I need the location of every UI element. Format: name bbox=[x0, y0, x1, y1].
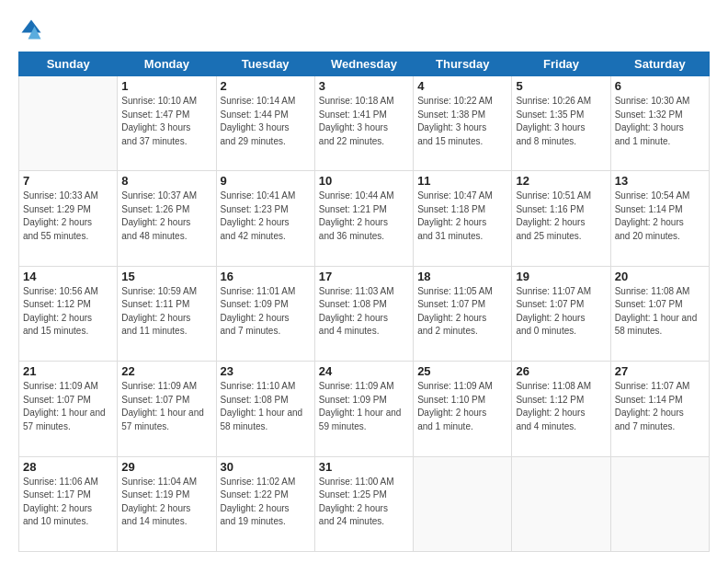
day-info: Sunrise: 11:09 AM Sunset: 1:07 PM Daylig… bbox=[121, 380, 211, 433]
day-info: Sunrise: 10:56 AM Sunset: 1:12 PM Daylig… bbox=[23, 285, 113, 339]
day-number: 15 bbox=[121, 270, 211, 283]
calendar-cell: 31Sunrise: 11:00 AM Sunset: 1:25 PM Dayl… bbox=[314, 456, 413, 551]
calendar-cell: 22Sunrise: 11:09 AM Sunset: 1:07 PM Dayl… bbox=[118, 362, 216, 456]
calendar-cell: 17Sunrise: 11:03 AM Sunset: 1:08 PM Dayl… bbox=[314, 266, 413, 361]
calendar-cell: 26Sunrise: 11:08 AM Sunset: 1:12 PM Dayl… bbox=[512, 362, 610, 456]
day-number: 19 bbox=[516, 270, 606, 283]
day-info: Sunrise: 10:41 AM Sunset: 1:23 PM Daylig… bbox=[221, 190, 311, 243]
day-number: 8 bbox=[121, 174, 211, 188]
day-number: 24 bbox=[319, 364, 409, 378]
day-number: 21 bbox=[23, 364, 113, 378]
calendar-header-row: SundayMondayTuesdayWednesdayThursdayFrid… bbox=[19, 52, 710, 76]
day-info: Sunrise: 10:14 AM Sunset: 1:44 PM Daylig… bbox=[221, 95, 311, 148]
calendar-week-row: 7Sunrise: 10:33 AM Sunset: 1:29 PM Dayli… bbox=[19, 171, 710, 266]
calendar-cell: 3Sunrise: 10:18 AM Sunset: 1:41 PM Dayli… bbox=[314, 76, 413, 171]
weekday-header: Wednesday bbox=[314, 52, 413, 76]
day-number: 17 bbox=[319, 270, 409, 283]
calendar-cell: 12Sunrise: 10:51 AM Sunset: 1:16 PM Dayl… bbox=[512, 171, 610, 266]
day-info: Sunrise: 11:07 AM Sunset: 1:14 PM Daylig… bbox=[615, 380, 705, 433]
day-info: Sunrise: 10:33 AM Sunset: 1:29 PM Daylig… bbox=[23, 190, 113, 243]
day-number: 27 bbox=[615, 364, 705, 378]
day-info: Sunrise: 11:03 AM Sunset: 1:08 PM Daylig… bbox=[319, 285, 409, 339]
calendar-cell: 19Sunrise: 11:07 AM Sunset: 1:07 PM Dayl… bbox=[512, 266, 610, 361]
calendar-cell: 10Sunrise: 10:44 AM Sunset: 1:21 PM Dayl… bbox=[314, 171, 413, 266]
calendar-week-row: 21Sunrise: 11:09 AM Sunset: 1:07 PM Dayl… bbox=[19, 362, 710, 456]
day-number: 30 bbox=[221, 460, 311, 474]
calendar-cell: 8Sunrise: 10:37 AM Sunset: 1:26 PM Dayli… bbox=[118, 171, 216, 266]
day-info: Sunrise: 11:00 AM Sunset: 1:25 PM Daylig… bbox=[319, 476, 409, 529]
calendar-week-row: 14Sunrise: 10:56 AM Sunset: 1:12 PM Dayl… bbox=[19, 266, 710, 361]
calendar-cell: 29Sunrise: 11:04 AM Sunset: 1:19 PM Dayl… bbox=[118, 456, 216, 551]
weekday-header: Sunday bbox=[19, 52, 118, 76]
day-number: 7 bbox=[23, 174, 113, 188]
weekday-header: Thursday bbox=[414, 52, 512, 76]
calendar-cell: 5Sunrise: 10:26 AM Sunset: 1:35 PM Dayli… bbox=[512, 76, 610, 171]
calendar-cell: 11Sunrise: 10:47 AM Sunset: 1:18 PM Dayl… bbox=[414, 171, 512, 266]
logo bbox=[18, 17, 50, 42]
day-info: Sunrise: 11:05 AM Sunset: 1:07 PM Daylig… bbox=[417, 285, 507, 339]
calendar-cell: 13Sunrise: 10:54 AM Sunset: 1:14 PM Dayl… bbox=[610, 171, 709, 266]
day-number: 12 bbox=[516, 174, 606, 188]
day-info: Sunrise: 11:09 AM Sunset: 1:07 PM Daylig… bbox=[23, 380, 113, 433]
calendar-cell: 21Sunrise: 11:09 AM Sunset: 1:07 PM Dayl… bbox=[19, 362, 118, 456]
day-info: Sunrise: 11:02 AM Sunset: 1:22 PM Daylig… bbox=[221, 476, 311, 529]
svg-marker-0 bbox=[22, 20, 41, 33]
day-info: Sunrise: 11:09 AM Sunset: 1:10 PM Daylig… bbox=[417, 380, 507, 433]
calendar-cell bbox=[19, 76, 118, 171]
day-number: 16 bbox=[221, 270, 311, 283]
calendar-cell bbox=[610, 456, 709, 551]
day-number: 2 bbox=[221, 79, 311, 93]
calendar-cell: 20Sunrise: 11:08 AM Sunset: 1:07 PM Dayl… bbox=[610, 266, 709, 361]
day-info: Sunrise: 11:08 AM Sunset: 1:12 PM Daylig… bbox=[516, 380, 606, 433]
calendar-table: SundayMondayTuesdayWednesdayThursdayFrid… bbox=[18, 52, 710, 552]
calendar-cell: 4Sunrise: 10:22 AM Sunset: 1:38 PM Dayli… bbox=[414, 76, 512, 171]
day-info: Sunrise: 10:59 AM Sunset: 1:11 PM Daylig… bbox=[121, 285, 211, 339]
day-number: 4 bbox=[417, 79, 507, 93]
calendar-cell: 27Sunrise: 11:07 AM Sunset: 1:14 PM Dayl… bbox=[610, 362, 709, 456]
day-number: 23 bbox=[221, 364, 311, 378]
weekday-header: Saturday bbox=[610, 52, 709, 76]
calendar-cell: 25Sunrise: 11:09 AM Sunset: 1:10 PM Dayl… bbox=[414, 362, 512, 456]
day-info: Sunrise: 11:07 AM Sunset: 1:07 PM Daylig… bbox=[516, 285, 606, 339]
calendar-cell: 23Sunrise: 11:10 AM Sunset: 1:08 PM Dayl… bbox=[216, 362, 314, 456]
calendar-cell: 9Sunrise: 10:41 AM Sunset: 1:23 PM Dayli… bbox=[216, 171, 314, 266]
day-info: Sunrise: 10:54 AM Sunset: 1:14 PM Daylig… bbox=[615, 190, 705, 243]
day-number: 10 bbox=[319, 174, 409, 188]
day-number: 25 bbox=[417, 364, 507, 378]
day-info: Sunrise: 10:10 AM Sunset: 1:47 PM Daylig… bbox=[121, 95, 211, 148]
day-info: Sunrise: 10:47 AM Sunset: 1:18 PM Daylig… bbox=[417, 190, 507, 243]
day-number: 13 bbox=[615, 174, 705, 188]
calendar-cell: 7Sunrise: 10:33 AM Sunset: 1:29 PM Dayli… bbox=[19, 171, 118, 266]
day-info: Sunrise: 10:44 AM Sunset: 1:21 PM Daylig… bbox=[319, 190, 409, 243]
day-number: 26 bbox=[516, 364, 606, 378]
calendar-cell: 14Sunrise: 10:56 AM Sunset: 1:12 PM Dayl… bbox=[19, 266, 118, 361]
day-info: Sunrise: 11:04 AM Sunset: 1:19 PM Daylig… bbox=[121, 476, 211, 529]
calendar-cell: 16Sunrise: 11:01 AM Sunset: 1:09 PM Dayl… bbox=[216, 266, 314, 361]
day-info: Sunrise: 10:37 AM Sunset: 1:26 PM Daylig… bbox=[121, 190, 211, 243]
calendar-cell: 1Sunrise: 10:10 AM Sunset: 1:47 PM Dayli… bbox=[118, 76, 216, 171]
day-number: 31 bbox=[319, 460, 409, 474]
day-info: Sunrise: 11:10 AM Sunset: 1:08 PM Daylig… bbox=[221, 380, 311, 433]
day-info: Sunrise: 10:30 AM Sunset: 1:32 PM Daylig… bbox=[615, 95, 705, 148]
day-number: 9 bbox=[221, 174, 311, 188]
weekday-header: Tuesday bbox=[216, 52, 314, 76]
day-info: Sunrise: 10:51 AM Sunset: 1:16 PM Daylig… bbox=[516, 190, 606, 243]
day-info: Sunrise: 11:09 AM Sunset: 1:09 PM Daylig… bbox=[319, 380, 409, 433]
day-info: Sunrise: 11:06 AM Sunset: 1:17 PM Daylig… bbox=[23, 476, 113, 529]
day-number: 20 bbox=[615, 270, 705, 283]
day-info: Sunrise: 11:08 AM Sunset: 1:07 PM Daylig… bbox=[615, 285, 705, 339]
day-number: 22 bbox=[121, 364, 211, 378]
day-number: 11 bbox=[417, 174, 507, 188]
page-header bbox=[18, 17, 710, 42]
weekday-header: Friday bbox=[512, 52, 610, 76]
calendar-cell: 2Sunrise: 10:14 AM Sunset: 1:44 PM Dayli… bbox=[216, 76, 314, 171]
calendar-cell bbox=[512, 456, 610, 551]
day-number: 18 bbox=[417, 270, 507, 283]
calendar-cell: 30Sunrise: 11:02 AM Sunset: 1:22 PM Dayl… bbox=[216, 456, 314, 551]
day-info: Sunrise: 11:01 AM Sunset: 1:09 PM Daylig… bbox=[221, 285, 311, 339]
day-number: 29 bbox=[121, 460, 211, 474]
logo-icon bbox=[18, 17, 44, 42]
day-number: 5 bbox=[516, 79, 606, 93]
calendar-cell: 6Sunrise: 10:30 AM Sunset: 1:32 PM Dayli… bbox=[610, 76, 709, 171]
day-number: 1 bbox=[121, 79, 211, 93]
